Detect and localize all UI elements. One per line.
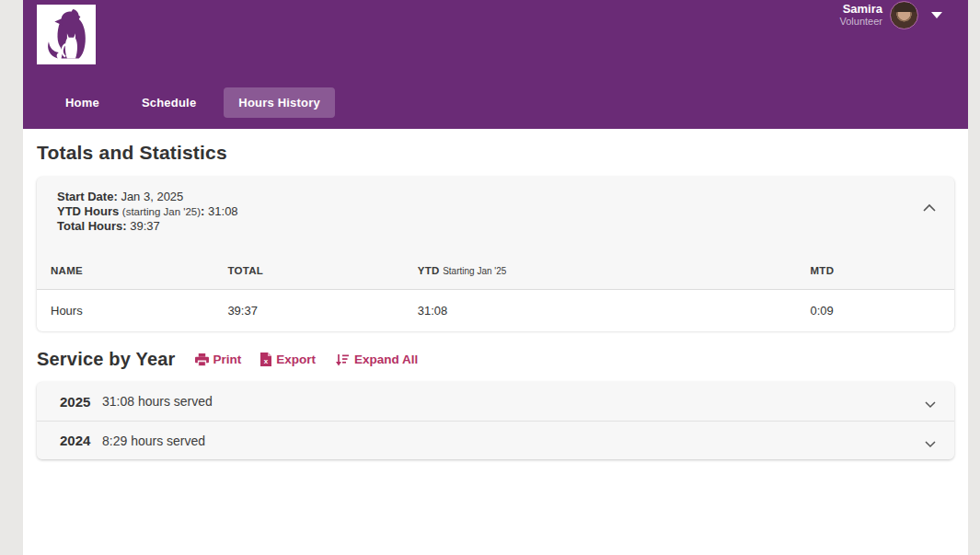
page-title: Totals and Statistics [37, 142, 954, 164]
cell-name: Hours [37, 290, 220, 332]
service-section-header: Service by Year Print x Export [37, 349, 954, 370]
printer-icon [195, 353, 209, 366]
main-nav: Home Schedule Hours History [51, 87, 335, 118]
totals-stats: Start Date: Jan 3, 2025 YTD Hours (start… [37, 177, 954, 241]
page-margin-left [0, 0, 23, 555]
chevron-down-icon [923, 397, 938, 406]
page-margin-right [968, 0, 980, 555]
user-role: Volunteer [840, 16, 882, 28]
stat-ytd-value: 31:08 [208, 204, 238, 218]
stat-total-value: 39:37 [130, 219, 160, 233]
totals-card: Start Date: Jan 3, 2025 YTD Hours (start… [37, 177, 954, 330]
svg-text:x: x [264, 357, 269, 365]
stat-ytd-note: (starting Jan '25) [122, 206, 201, 217]
user-menu[interactable]: Samira Volunteer [840, 1, 942, 29]
col-header-ytd-note: Starting Jan '25 [443, 266, 506, 276]
user-avatar[interactable] [890, 1, 918, 29]
col-header-mtd: MTD [802, 254, 954, 290]
expand-all-icon [335, 353, 350, 366]
stat-ytd-hours: YTD Hours (starting Jan '25): 31:08 [57, 204, 954, 219]
stat-total-label: Total Hours: [57, 219, 127, 233]
cell-total: 39:37 [220, 290, 409, 332]
stat-start-date: Start Date: Jan 3, 2025 [57, 190, 954, 204]
nav-tab-schedule[interactable]: Schedule [127, 87, 211, 118]
collapse-totals-button[interactable] [921, 202, 938, 214]
user-name: Samira [840, 3, 882, 15]
totals-table-header-row: NAME TOTAL YTD Starting Jan '25 MTD [37, 254, 954, 290]
table-row: Hours 39:37 31:08 0:09 [37, 290, 954, 332]
year-accordion-2025[interactable]: 2025 31:08 hours served [37, 382, 954, 421]
col-header-total: TOTAL [220, 254, 409, 290]
col-header-ytd: YTD Starting Jan '25 [410, 254, 803, 290]
main-content: Totals and Statistics Start Date: Jan 3,… [23, 129, 968, 459]
cell-mtd: 0:09 [802, 290, 954, 332]
chevron-down-icon[interactable] [931, 12, 942, 18]
year-label: 2024 [60, 433, 102, 448]
app-header: Samira Volunteer Home Schedule Hours His… [23, 0, 968, 129]
totals-table: NAME TOTAL YTD Starting Jan '25 MTD Hour… [37, 254, 954, 331]
nav-tab-home[interactable]: Home [51, 87, 114, 118]
print-button[interactable]: Print [195, 353, 242, 366]
excel-file-icon: x [260, 353, 271, 366]
service-section-title: Service by Year [37, 349, 176, 370]
organization-logo[interactable] [37, 5, 96, 64]
expand-all-button[interactable]: Expand All [335, 353, 418, 366]
nav-tab-hours-history[interactable]: Hours History [224, 87, 335, 118]
expand-all-label: Expand All [354, 353, 418, 366]
chevron-up-icon [921, 202, 938, 214]
volunteer-portal-app: Samira Volunteer Home Schedule Hours His… [23, 0, 968, 555]
year-label: 2025 [60, 394, 102, 410]
stat-start-date-label: Start Date: [57, 190, 118, 203]
year-summary: 8:29 hours served [102, 434, 205, 448]
export-label: Export [276, 353, 316, 366]
print-label: Print [213, 353, 242, 366]
stat-ytd-label: YTD Hours [57, 204, 119, 218]
dog-cat-logo-icon [40, 8, 93, 62]
service-by-year-card: 2025 31:08 hours served 2024 8:29 hours … [37, 382, 954, 459]
stat-total-hours: Total Hours: 39:37 [57, 219, 954, 234]
year-accordion-2024[interactable]: 2024 8:29 hours served [37, 421, 954, 459]
year-summary: 31:08 hours served [102, 394, 213, 409]
user-names: Samira Volunteer [840, 3, 882, 28]
cell-ytd: 31:08 [410, 290, 803, 332]
stat-ytd-colon: : [201, 204, 204, 218]
chevron-down-icon [923, 436, 938, 445]
export-button[interactable]: x Export [260, 353, 316, 366]
stat-start-date-value: Jan 3, 2025 [121, 190, 183, 203]
col-header-name: NAME [37, 254, 220, 290]
